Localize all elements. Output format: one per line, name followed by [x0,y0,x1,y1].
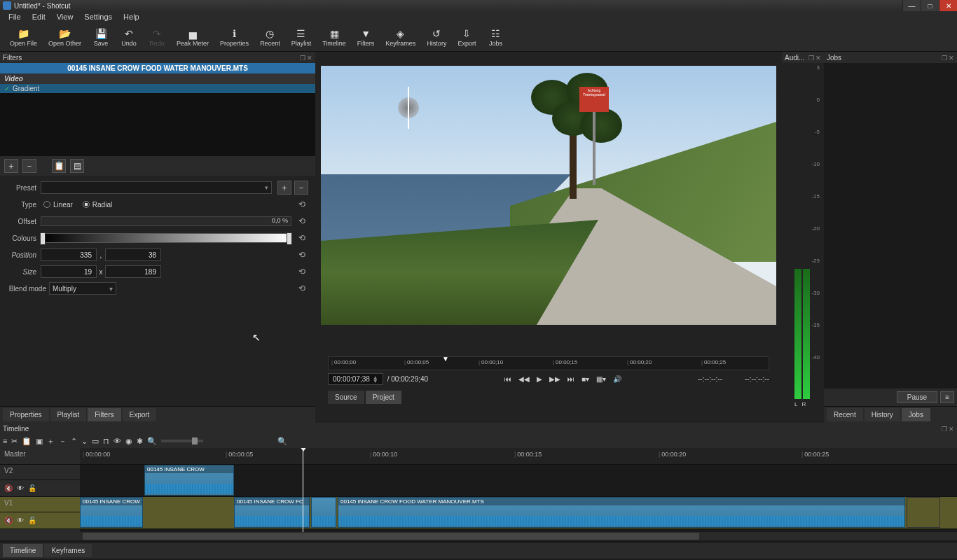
video-viewer[interactable]: AchtungTrainingsareal [321,66,776,325]
tab-history[interactable]: History [865,408,900,421]
tl-insert-button[interactable]: ▭ [92,437,99,446]
tl-menu-button[interactable]: ≡ [3,437,7,445]
preview-ruler[interactable]: 00:00;00 00:00;05 00:00;10 00:00;15 00:0… [328,356,769,370]
rewind-button[interactable]: ◀◀ [518,375,530,383]
mute-icon[interactable]: 🔇 [4,517,13,524]
menu-settings[interactable]: Settings [78,11,118,24]
minimize-button[interactable]: — [902,0,921,11]
tl-zoom-in-button[interactable]: 🔍 [277,437,287,446]
skip-start-button[interactable]: ⏮ [504,375,511,383]
tl-overwrite-button[interactable]: ⌄ [81,437,88,446]
close-icon[interactable]: ✕ [949,426,954,433]
redo-button[interactable]: ↷Redo [143,27,171,48]
play-button[interactable]: ▶ [537,375,542,383]
reset-position-button[interactable]: ⟲ [296,250,308,260]
lock-icon[interactable]: 🔓 [28,484,36,492]
position-y-input[interactable]: 38 [105,248,161,261]
clip-v1-d[interactable]: 00145 INSANE CROW FOOD WATER MANOUVER.MT… [338,497,905,528]
gradient-stop-left[interactable] [40,232,46,245]
size-h-input[interactable]: 189 [105,265,161,278]
jobs-menu-button[interactable]: ≡ [940,391,954,403]
open-other-button[interactable]: 📂Open Other [43,27,87,48]
track-v1[interactable]: V1 [0,497,80,512]
volume-button[interactable]: 🔊 [613,375,621,383]
tl-snap-button[interactable]: ⊓ [103,437,109,446]
tab-recent[interactable]: Recent [827,408,863,421]
tab-keyframes[interactable]: Keyframes [44,544,92,557]
position-x-input[interactable]: 335 [41,248,97,261]
forward-button[interactable]: ▶▶ [549,375,560,383]
menu-view[interactable]: View [51,11,79,24]
clip-v1-c[interactable] [311,497,336,528]
tab-project[interactable]: Project [366,391,401,404]
close-button[interactable]: ✕ [939,0,957,11]
timeline-playhead[interactable] [303,448,303,532]
radio-linear[interactable] [43,201,50,208]
properties-button[interactable]: ℹProperties [214,27,254,48]
close-panel-icon[interactable]: ✕ [307,55,312,62]
maximize-button[interactable]: □ [921,0,939,11]
clip-v1-gap[interactable] [907,497,940,528]
close-icon[interactable]: ✕ [949,55,954,62]
preset-combo[interactable] [41,181,272,194]
tl-ripple-all-button[interactable]: ✱ [137,437,143,446]
timecode-input[interactable]: 00:00:07;38▲▼ [328,373,383,385]
recent-button[interactable]: ◷Recent [254,27,286,48]
jobs-pause-button[interactable]: Pause [897,391,937,403]
save-button[interactable]: 💾Save [87,27,115,48]
tl-ripple-button[interactable]: ◉ [125,437,132,446]
track-master[interactable]: Master [0,448,80,465]
preset-remove-button[interactable]: － [294,181,308,195]
clip-v1-b[interactable]: 00145 INSANE CROW FO [234,497,310,528]
tl-append-button[interactable]: ＋ [47,436,55,447]
peak-meter-button[interactable]: ▅Peak Meter [171,27,214,48]
reset-size-button[interactable]: ⟲ [296,267,308,276]
menu-edit[interactable]: Edit [27,11,51,24]
offset-slider[interactable]: 0,0 % [41,216,291,226]
check-icon[interactable]: ✓ [4,85,10,92]
timeline-button[interactable]: ▦Timeline [317,27,352,48]
preset-add-button[interactable]: ＋ [277,181,291,195]
timecode-spin[interactable]: ▲▼ [373,376,378,383]
track-row-v1[interactable]: 00145 INSANE CROW 00145 INSANE CROW FO 0… [80,497,957,529]
keyframes-button[interactable]: ◈Keyframes [380,27,421,48]
gradient-stop-right[interactable] [287,232,292,245]
tab-source[interactable]: Source [328,391,364,404]
paste-filter-button[interactable]: ▤ [70,159,84,173]
tab-filters[interactable]: Filters [88,408,121,421]
blend-mode-select[interactable]: Multiply [49,282,116,295]
zoom-fit-button[interactable]: ■▾ [581,375,589,383]
undock-icon[interactable]: ❐ [808,55,814,62]
preview-playhead-icon[interactable]: ▼ [442,355,449,363]
tl-cut-button[interactable]: ✂ [11,437,18,446]
close-icon[interactable]: ✕ [815,55,821,62]
tab-jobs[interactable]: Jobs [902,408,930,421]
export-button[interactable]: ⇩Export [452,27,481,48]
eye-icon[interactable]: 👁 [17,517,24,524]
tab-properties[interactable]: Properties [3,408,49,421]
lock-icon[interactable]: 🔓 [28,517,36,524]
colours-gradient[interactable] [41,233,291,243]
reset-blend-button[interactable]: ⟲ [296,284,308,293]
undock-icon[interactable]: ❐ [942,55,947,62]
playlist-button[interactable]: ☰Playlist [286,27,317,48]
tl-zoom-out-button[interactable]: 🔍 [147,437,157,446]
reset-colours-button[interactable]: ⟲ [296,233,308,243]
radio-radial[interactable] [83,201,90,208]
tab-timeline[interactable]: Timeline [3,544,43,557]
add-filter-button[interactable]: ＋ [4,159,18,173]
eye-icon[interactable]: 👁 [17,484,24,492]
tl-lift-button[interactable]: ⌃ [71,437,77,446]
filter-item-gradient[interactable]: ✓ Gradient [0,84,315,93]
tl-zoom-slider[interactable] [161,440,203,442]
undock-icon[interactable]: ❐ [942,426,947,433]
track-v2[interactable]: V2 [0,465,80,480]
tl-scrub-button[interactable]: 👁 [113,437,121,445]
history-button[interactable]: ↺History [421,27,452,48]
copy-filter-button[interactable]: 📋 [52,159,66,173]
remove-filter-button[interactable]: － [22,159,36,173]
clip-v2[interactable]: 00145 INSANE CROW [144,465,234,496]
undock-icon[interactable]: ❐ [300,55,305,62]
undo-button[interactable]: ↶Undo [115,27,143,48]
clip-v1-a[interactable]: 00145 INSANE CROW [80,497,143,528]
